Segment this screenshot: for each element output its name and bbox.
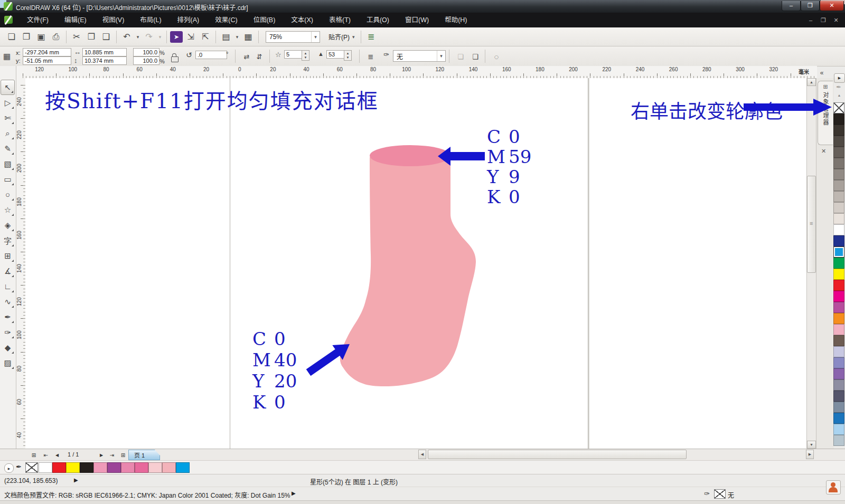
document-window-control[interactable]: – [807,13,814,27]
menu-item[interactable]: 表格(T) [321,13,359,27]
import-button[interactable]: ⇲ [184,30,198,44]
polygon-tool[interactable]: ☆ [1,202,15,217]
color-swatch[interactable] [162,462,176,473]
ellipse-tool[interactable]: ○ [1,187,15,202]
color-swatch[interactable] [66,462,80,473]
color-swatch[interactable] [39,462,52,473]
menu-item[interactable]: 排列(A) [170,13,208,27]
color-swatch[interactable] [135,462,148,473]
color-swatch[interactable] [121,462,135,473]
color-swatch[interactable] [833,335,844,346]
artistic-media-tool[interactable]: ∿ [1,294,15,309]
collapse-palette-icon[interactable]: « [818,69,826,77]
horizontal-scroll-thumb[interactable] [428,450,687,459]
docker-close-icon[interactable]: ✕ [821,148,826,155]
print-button[interactable]: ⎙ [49,30,63,44]
color-swatch[interactable] [833,313,844,324]
menu-item[interactable]: 位图(B) [246,13,284,27]
color-swatch[interactable] [833,357,844,368]
vertical-scrollbar[interactable]: ▲ ▼ [806,78,816,449]
outline-width-combo[interactable]: 无 ▾ [393,50,446,62]
zoom-level-combo[interactable]: 75% ▾ [266,31,320,43]
color-swatch[interactable] [833,191,844,202]
color-swatch[interactable] [833,125,844,136]
color-swatch[interactable] [833,324,844,335]
text-tool[interactable]: 字 [1,233,15,248]
page-tab[interactable]: 页 1 [128,450,160,460]
connector-tool[interactable]: ∟ [1,279,15,294]
color-swatch[interactable] [93,462,107,473]
rectangle-tool[interactable]: ▭ [1,172,15,187]
menu-item[interactable]: 窗口(W) [397,13,437,27]
scroll-down-button[interactable]: ▼ [807,441,816,449]
restore-button[interactable]: ❐ [801,1,820,11]
color-swatch[interactable] [833,202,844,213]
interactive-fill-tool[interactable]: ▨ [1,355,15,370]
height-field[interactable]: 10.374 mm [82,56,127,65]
table-tool[interactable]: ⊞ [1,248,15,263]
width-field[interactable]: 10.885 mm [82,48,127,56]
color-swatch[interactable] [833,213,844,224]
separator[interactable] [166,31,167,43]
star-points-spinner[interactable]: ▲▼ [302,50,309,61]
basic-shapes-tool[interactable]: ◈ [1,217,15,233]
scroll-left-button[interactable]: ◀ [418,450,426,459]
display-mode-button[interactable]: ▤ [219,30,233,44]
color-swatch[interactable] [148,462,162,473]
export-button[interactable]: ⇱ [199,30,212,44]
docker-tab-object-manager[interactable]: ⊞ 对象管理器 [818,81,833,145]
expand-marker-icon[interactable]: ▶ [292,490,296,496]
new-document-button[interactable]: ❏ [5,30,18,44]
application-launcher-button[interactable]: ➤ [170,31,183,43]
color-swatch[interactable] [833,346,844,357]
display-mode-dropdown[interactable]: ▾ [234,30,240,44]
color-swatch[interactable] [52,462,66,473]
vertical-scroll-thumb[interactable] [807,176,816,273]
separator[interactable] [66,31,67,43]
color-swatch[interactable] [833,224,844,235]
color-swatch[interactable] [833,280,844,291]
angle-field[interactable]: .0 [195,51,227,59]
sign-in-account-icon[interactable] [826,480,841,495]
menu-item[interactable]: 工具(O) [359,13,397,27]
color-swatch[interactable] [833,302,844,313]
fullscreen-preview-button[interactable]: ▦ [241,30,255,44]
drawing-canvas[interactable] [25,78,806,449]
document-window-control[interactable]: ❐ [820,13,827,27]
vertical-ruler[interactable]: 240220200180160140120100806040 [16,78,26,449]
no-color-swatch[interactable] [833,102,844,113]
object-position-grid-icon[interactable]: ▦ [3,52,11,61]
spin-down-icon[interactable]: ▼ [346,55,350,60]
palette-scroll-up-icon[interactable]: ▲ [834,93,844,101]
zoom-tool[interactable]: ⌕ [1,126,15,141]
color-swatch[interactable] [833,235,844,246]
save-button[interactable]: ▣ [34,30,48,44]
undo-button[interactable]: ↶ [120,30,134,44]
separator[interactable] [258,31,259,43]
minimize-button[interactable]: – [782,1,801,11]
add-page-before-button[interactable]: ⊞ [29,450,39,460]
copy-button[interactable]: ❐ [84,30,98,44]
separator[interactable] [116,31,117,43]
last-page-button[interactable]: ⇥ [107,450,117,460]
convert-to-curves-button[interactable]: ◌ [490,50,503,63]
color-swatch[interactable] [833,379,844,391]
color-swatch[interactable] [833,147,844,158]
color-swatch[interactable] [833,424,844,435]
to-back-button[interactable]: ❏ [454,50,467,63]
fill-tool[interactable]: ◆ [1,340,15,355]
document-window-control[interactable]: ✕ [832,13,840,27]
palette-flyout-button[interactable]: ▶ [834,73,845,83]
color-swatch[interactable] [176,462,190,473]
color-swatch[interactable] [833,113,844,125]
undo-dropdown[interactable]: ▾ [135,30,141,44]
separator[interactable] [215,31,216,43]
color-swatch[interactable] [107,462,121,473]
color-swatch[interactable] [833,180,844,191]
open-button[interactable]: ❒ [20,30,33,44]
color-swatch[interactable] [833,413,844,424]
horizontal-ruler[interactable]: 1201008060402002040608010012014016018020… [16,66,817,79]
lock-ratio-button[interactable] [168,49,181,64]
x-position-field[interactable]: -297.204 mm [23,48,71,56]
snap-to-button[interactable]: 贴齐(P) ▾ [325,31,358,43]
